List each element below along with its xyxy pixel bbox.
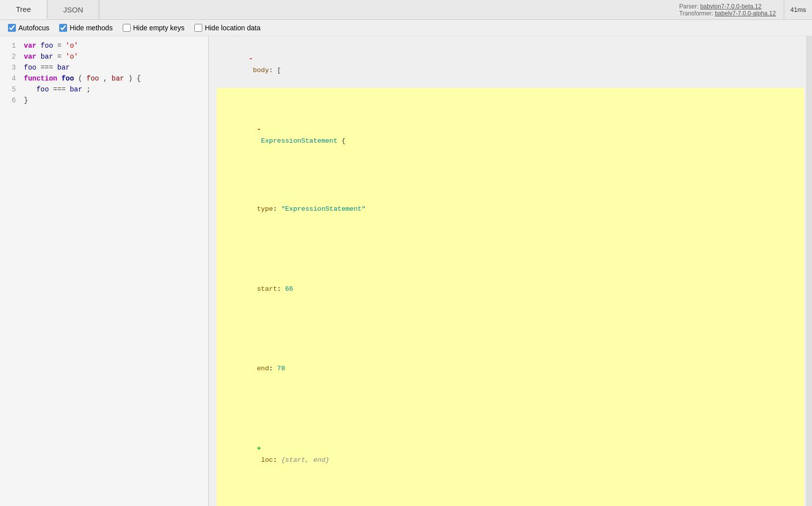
tab-json-label: JSON — [63, 5, 83, 14]
top-bar: Tree JSON Parser: babylon7-7.0.0-beta.12… — [0, 0, 812, 20]
hide-location-label: Hide location data — [205, 24, 260, 32]
hide-empty-keys-checkbox[interactable] — [123, 24, 131, 32]
es-end-value: 78 — [277, 365, 285, 372]
line-number-3: 3 — [4, 62, 16, 73]
code-content-4: function foo ( foo , bar ) { — [24, 73, 204, 84]
es-type-value: "ExpressionStatement" — [281, 205, 366, 213]
expression-statement-row: - ExpressionStatement { — [217, 114, 345, 156]
tab-tree-label: Tree — [16, 5, 31, 13]
code-content-6: } — [24, 95, 204, 106]
autofocus-option[interactable]: Autofocus — [8, 24, 49, 32]
hide-methods-label: Hide methods — [70, 24, 112, 32]
code-line-3: 3 foo === bar — [0, 62, 208, 73]
autofocus-checkbox[interactable] — [8, 24, 16, 32]
hide-methods-option[interactable]: Hide methods — [59, 24, 112, 32]
es-loc-expand-icon[interactable]: + — [257, 445, 261, 452]
line-number-1: 1 — [4, 40, 16, 51]
tree-content: - body: [ - ExpressionStatement { type: … — [209, 40, 812, 506]
hide-empty-keys-label: Hide empty keys — [133, 24, 184, 32]
transformer-label: Transformer: — [679, 10, 713, 17]
autofocus-label: Autofocus — [18, 24, 49, 32]
line-number-2: 2 — [4, 51, 16, 62]
timing-display: 41ms — [784, 0, 812, 19]
line-number-5: 5 — [4, 84, 16, 95]
parser-version-link[interactable]: babylon7-7.0.0-beta.12 — [700, 3, 761, 10]
line-number-4: 4 — [4, 73, 16, 84]
parser-info: Parser: babylon7-7.0.0-beta.12 Transform… — [679, 0, 784, 19]
es-type-row: type: "ExpressionStatement" — [217, 194, 366, 224]
code-line-6: 6 } — [0, 95, 208, 106]
options-bar: Autofocus Hide methods Hide empty keys H… — [0, 20, 812, 36]
parser-label: Parser: — [679, 3, 699, 10]
code-content-2: var bar = 'o' — [24, 51, 204, 62]
es-loc-row: + loc: {start, end} — [217, 433, 329, 475]
tab-tree[interactable]: Tree — [0, 0, 47, 19]
tree-body-row: - body: [ — [217, 42, 804, 88]
tab-json[interactable]: JSON — [47, 0, 99, 19]
transformer-version-link[interactable]: babelv7-7.0.0-alpha.12 — [715, 10, 776, 17]
code-line-2: 2 var bar = 'o' — [0, 51, 208, 62]
body-collapse-icon[interactable]: - — [249, 55, 253, 63]
code-content-3: foo === bar — [24, 62, 204, 73]
code-content-5: foo === bar ; — [24, 84, 204, 95]
code-line-5: 5 foo === bar ; — [0, 84, 208, 95]
code-content-1: var foo = 'o' — [24, 40, 204, 51]
scrollbar[interactable] — [806, 36, 812, 506]
line-number-6: 6 — [4, 95, 16, 106]
es-start-row: start: 66 — [217, 274, 293, 304]
hide-location-checkbox[interactable] — [194, 24, 202, 32]
es-end-row: end: 78 — [217, 353, 289, 384]
main-area: 1 var foo = 'o' 2 var bar = 'o' 3 — [0, 36, 812, 506]
expression-statement-collapse-icon[interactable]: - — [257, 126, 261, 133]
hide-methods-checkbox[interactable] — [59, 24, 67, 32]
expression-statement-type: ExpressionStatement — [261, 137, 337, 145]
es-loc-key: loc — [261, 456, 273, 464]
code-line-4: 4 function foo ( foo , bar ) { — [0, 73, 208, 84]
es-end-key: end — [257, 365, 269, 372]
es-type-key: type — [257, 205, 273, 213]
es-start-key: start — [257, 285, 277, 293]
timing-value: 41ms — [790, 6, 806, 13]
highlighted-region: - ExpressionStatement { type: "Expressio… — [217, 88, 804, 506]
es-loc-value: {start, end} — [281, 456, 329, 464]
hide-empty-keys-option[interactable]: Hide empty keys — [123, 24, 184, 32]
code-line-1: 1 var foo = 'o' — [0, 40, 208, 51]
es-start-value: 66 — [285, 285, 293, 293]
ast-panel[interactable]: - body: [ - ExpressionStatement { type: … — [209, 36, 812, 506]
code-editor[interactable]: 1 var foo = 'o' 2 var bar = 'o' 3 — [0, 36, 209, 506]
body-key: body — [253, 67, 269, 74]
hide-location-option[interactable]: Hide location data — [194, 24, 260, 32]
